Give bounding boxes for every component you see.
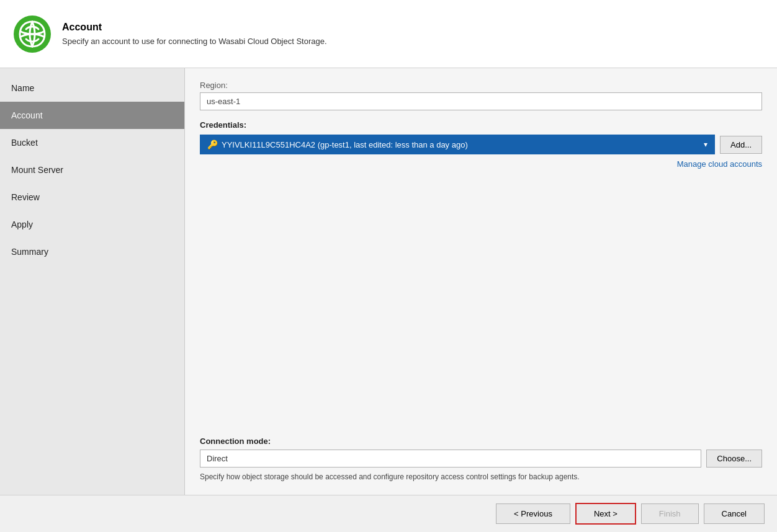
- sidebar-item-mount-server[interactable]: Mount Server: [0, 156, 184, 184]
- finish-button[interactable]: Finish: [641, 503, 699, 524]
- credentials-group: Credentials: 🔑 YYIVLKI11L9C551HC4A2 (gp-…: [200, 120, 762, 169]
- manage-cloud-accounts-link[interactable]: Manage cloud accounts: [200, 159, 762, 169]
- connection-mode-label: Connection mode:: [200, 437, 762, 446]
- main-body: Name Account Bucket Mount Server Review …: [0, 68, 777, 495]
- next-button[interactable]: Next >: [575, 503, 636, 525]
- header: Account Specify an account to use for co…: [0, 0, 777, 68]
- sidebar-item-bucket[interactable]: Bucket: [0, 129, 184, 156]
- sidebar-item-review[interactable]: Review: [0, 184, 184, 211]
- add-button[interactable]: Add...: [720, 136, 762, 154]
- previous-button[interactable]: < Previous: [496, 503, 570, 524]
- sidebar-item-name[interactable]: Name: [0, 74, 184, 102]
- region-input[interactable]: [200, 92, 762, 110]
- key-icon: 🔑: [207, 140, 218, 149]
- region-label: Region:: [200, 81, 762, 90]
- connection-description: Specify how object storage should be acc…: [200, 471, 762, 482]
- chevron-down-icon: ▾: [704, 140, 707, 149]
- sidebar-item-apply[interactable]: Apply: [0, 211, 184, 238]
- connection-mode-section: Connection mode: Choose... Specify how o…: [200, 437, 762, 482]
- choose-button[interactable]: Choose...: [706, 450, 762, 468]
- content-area: Region: Credentials: 🔑 YYIVLKI11L9C551HC…: [185, 68, 777, 495]
- header-text: Account Specify an account to use for co…: [62, 22, 327, 46]
- page-subtitle: Specify an account to use for connecting…: [62, 37, 327, 46]
- page-title: Account: [62, 22, 327, 33]
- sidebar-item-account[interactable]: Account: [0, 102, 184, 129]
- footer: < Previous Next > Finish Cancel: [0, 495, 777, 532]
- connection-mode-row: Choose...: [200, 450, 762, 468]
- connection-mode-input[interactable]: [200, 450, 701, 468]
- credentials-row: 🔑 YYIVLKI11L9C551HC4A2 (gp-test1, last e…: [200, 135, 762, 154]
- credentials-label: Credentials:: [200, 120, 762, 130]
- region-group: Region:: [200, 81, 762, 110]
- app-logo: [12, 14, 52, 54]
- credentials-value: YYIVLKI11L9C551HC4A2 (gp-test1, last edi…: [222, 140, 468, 149]
- sidebar: Name Account Bucket Mount Server Review …: [0, 68, 185, 495]
- credentials-dropdown[interactable]: 🔑 YYIVLKI11L9C551HC4A2 (gp-test1, last e…: [200, 135, 715, 154]
- sidebar-item-summary[interactable]: Summary: [0, 238, 184, 265]
- cancel-button[interactable]: Cancel: [704, 503, 765, 524]
